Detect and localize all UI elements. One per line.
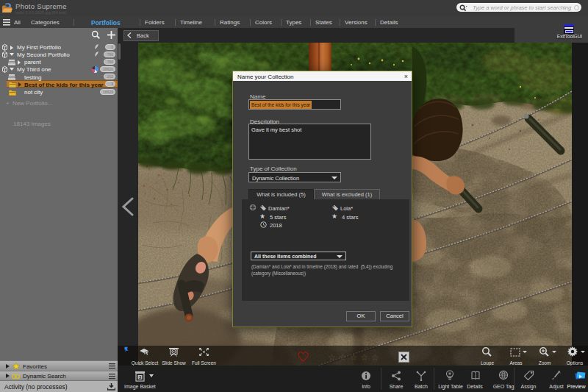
svg-text:3: 3 — [139, 375, 141, 379]
